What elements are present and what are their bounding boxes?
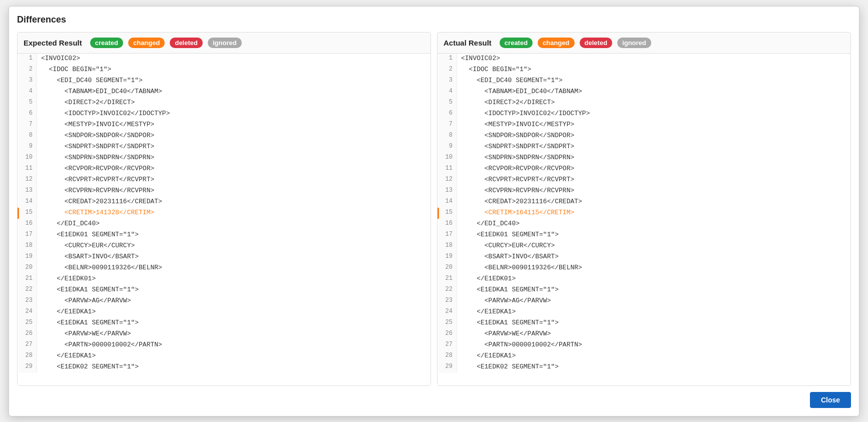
line-number: 9	[19, 142, 37, 153]
line-number: 3	[19, 76, 37, 87]
line-content: <MESTYP>INVOIC</MESTYP>	[457, 120, 578, 131]
line-number: 17	[439, 230, 457, 241]
line-content: <CREDAT>20231116</CREDAT>	[37, 197, 166, 208]
line-content: <RCVPRN>RCVPRN</RCVPRN>	[37, 186, 158, 197]
line-number: 1	[19, 54, 37, 65]
table-row: 13 <RCVPRN>RCVPRN</RCVPRN>	[18, 186, 430, 197]
table-row: 19 <BSART>INVO</BSART>	[438, 252, 850, 263]
line-content: </EDI_DC40>	[457, 219, 524, 230]
line-content: <E1EDK02 SEGMENT="1">	[37, 362, 143, 373]
line-content: <DIRECT>2</DIRECT>	[457, 98, 559, 109]
line-number: 4	[439, 87, 457, 98]
table-row: 5 <DIRECT>2</DIRECT>	[438, 98, 850, 109]
line-number: 18	[439, 241, 457, 252]
line-content: </E1EDKA1>	[457, 351, 520, 362]
close-button[interactable]: Close	[810, 392, 851, 408]
line-content: <E1EDK01 SEGMENT="1">	[37, 230, 143, 241]
line-number: 12	[439, 175, 457, 186]
table-row: 1<INVOIC02>	[438, 54, 850, 65]
line-number: 23	[439, 296, 457, 307]
line-content: <E1EDKA1 SEGMENT="1">	[37, 318, 143, 329]
table-row: 22 <E1EDKA1 SEGMENT="1">	[438, 285, 850, 296]
table-row: 6 <IDOCTYP>INVOIC02</IDOCTYP>	[18, 109, 430, 120]
left-panel: Expected Result created changed deleted …	[17, 32, 431, 386]
line-content: <BELNR>0090119326</BELNR>	[37, 263, 166, 274]
table-row: 12 <RCVPRT>RCVPRT</RCVPRT>	[18, 175, 430, 186]
line-number: 29	[439, 362, 457, 373]
table-row: 26 <PARVW>WE</PARVW>	[438, 329, 850, 340]
line-number: 6	[19, 109, 37, 120]
line-content: <E1EDKA1 SEGMENT="1">	[457, 318, 563, 329]
line-content: <E1EDK02 SEGMENT="1">	[457, 362, 563, 373]
table-row: 11 <RCVPOR>RCVPOR</RCVPOR>	[438, 164, 850, 175]
line-content: <EDI_DC40 SEGMENT="1">	[457, 76, 567, 87]
line-number: 9	[439, 142, 457, 153]
table-row: 18 <CURCY>EUR</CURCY>	[18, 241, 430, 252]
line-number: 10	[439, 153, 457, 164]
panels-row: Expected Result created changed deleted …	[17, 32, 851, 386]
table-row: 9 <SNDPRT>SNDPRT</SNDPRT>	[18, 142, 430, 153]
line-content: <TABNAM>EDI_DC40</TABNAM>	[37, 87, 166, 98]
line-content: <E1EDK01 SEGMENT="1">	[457, 230, 563, 241]
table-row: 17 <E1EDK01 SEGMENT="1">	[438, 230, 850, 241]
line-content: <DIRECT>2</DIRECT>	[37, 98, 139, 109]
right-panel-header: Actual Result created changed deleted ig…	[438, 33, 850, 54]
line-content: </E1EDKA1>	[457, 307, 520, 318]
line-content: <PARTN>0000010002</PARTN>	[37, 340, 166, 351]
right-panel-body[interactable]: 1<INVOIC02>2 <IDOC BEGIN="1">3 <EDI_DC40…	[438, 54, 850, 385]
line-number: 2	[439, 65, 457, 76]
line-number: 13	[19, 186, 37, 197]
line-content: </E1EDKA1>	[37, 307, 100, 318]
left-badge-ignored: ignored	[208, 38, 242, 48]
table-row: 3 <EDI_DC40 SEGMENT="1">	[438, 76, 850, 87]
line-number: 8	[439, 131, 457, 142]
line-content: <INVOIC02>	[37, 54, 84, 65]
left-badge-changed: changed	[128, 38, 165, 48]
dialog-title: Differences	[17, 15, 851, 25]
line-content: <IDOCTYP>INVOIC02</IDOCTYP>	[457, 109, 594, 120]
table-row: 10 <SNDPRN>SNDPRN</SNDPRN>	[438, 153, 850, 164]
line-content: <IDOC BEGIN="1">	[37, 65, 115, 76]
table-row: 3 <EDI_DC40 SEGMENT="1">	[18, 76, 430, 87]
table-row: 14 <CREDAT>20231116</CREDAT>	[18, 197, 430, 208]
line-number: 5	[19, 98, 37, 109]
right-badge-created: created	[500, 38, 533, 48]
line-content: <SNDPOR>SNDPOR</SNDPOR>	[37, 131, 158, 142]
line-number: 13	[439, 186, 457, 197]
line-number: 7	[439, 120, 457, 131]
line-number: 27	[439, 340, 457, 351]
line-content: <IDOC BEGIN="1">	[457, 65, 535, 76]
table-row: 28 </E1EDKA1>	[18, 351, 430, 362]
line-number: 20	[19, 263, 37, 274]
table-row: 1<INVOIC02>	[18, 54, 430, 65]
table-row: 23 <PARVW>AG</PARVW>	[438, 296, 850, 307]
table-row: 21 </E1EDK01>	[18, 274, 430, 285]
table-row: 7 <MESTYP>INVOIC</MESTYP>	[438, 120, 850, 131]
line-content: <PARVW>AG</PARVW>	[37, 296, 135, 307]
table-row: 25 <E1EDKA1 SEGMENT="1">	[18, 318, 430, 329]
line-content: <SNDPRT>SNDPRT</SNDPRT>	[457, 142, 578, 153]
line-number: 2	[19, 65, 37, 76]
table-row: 29 <E1EDK02 SEGMENT="1">	[438, 362, 850, 373]
line-number: 16	[19, 219, 37, 230]
right-badge-changed: changed	[538, 38, 574, 48]
line-content: <BELNR>0090119326</BELNR>	[457, 263, 586, 274]
table-row: 8 <SNDPOR>SNDPOR</SNDPOR>	[438, 131, 850, 142]
line-number: 15	[439, 208, 457, 219]
table-row: 24 </E1EDKA1>	[438, 307, 850, 318]
line-number: 19	[439, 252, 457, 263]
line-number: 26	[439, 329, 457, 340]
line-content: <SNDPOR>SNDPOR</SNDPOR>	[457, 131, 578, 142]
line-content: <PARVW>AG</PARVW>	[457, 296, 555, 307]
line-number: 15	[19, 208, 37, 219]
table-row: 22 <E1EDKA1 SEGMENT="1">	[18, 285, 430, 296]
line-number: 11	[19, 164, 37, 175]
table-row: 23 <PARVW>AG</PARVW>	[18, 296, 430, 307]
line-number: 22	[439, 285, 457, 296]
line-number: 26	[19, 329, 37, 340]
table-row: 5 <DIRECT>2</DIRECT>	[18, 98, 430, 109]
line-number: 27	[19, 340, 37, 351]
line-number: 12	[19, 175, 37, 186]
left-panel-body[interactable]: 1<INVOIC02>2 <IDOC BEGIN="1">3 <EDI_DC40…	[18, 54, 430, 385]
table-row: 29 <E1EDK02 SEGMENT="1">	[18, 362, 430, 373]
